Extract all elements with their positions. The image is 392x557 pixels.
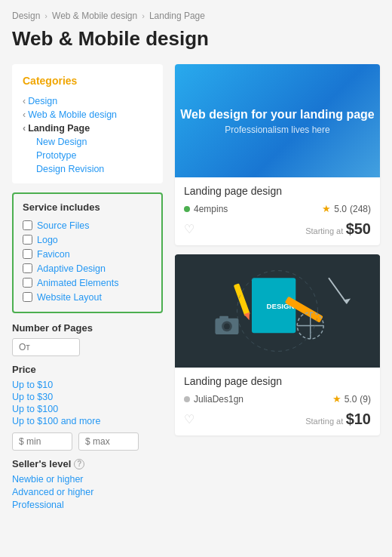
seller-level-section: Seller's level ? Newbie or higher Advanc…: [12, 458, 163, 510]
service-adaptive-design[interactable]: Adaptive Design: [23, 261, 152, 275]
seller-advanced[interactable]: Advanced or higher: [12, 487, 163, 497]
checkbox-logo[interactable]: [23, 235, 32, 245]
product-2-rating: ★ 5.0 (9): [332, 393, 371, 405]
product-card-2: DESIGN: [175, 254, 380, 435]
service-includes-box: Service includes Source Files Logo Favic…: [12, 192, 163, 313]
product-2-price-area: Starting at $10: [305, 411, 371, 428]
product-1-price: $50: [346, 220, 371, 237]
offline-indicator-2: [184, 396, 190, 402]
product-image-2: DESIGN: [175, 254, 380, 368]
product-1-name: Landing page design: [184, 185, 371, 197]
breadcrumb-web-mobile[interactable]: Web & Mobile design: [52, 11, 137, 21]
cat-landing-page[interactable]: ‹Landing Page: [23, 122, 152, 135]
service-includes-title: Service includes: [23, 202, 152, 213]
breadcrumb: Design › Web & Mobile design › Landing P…: [12, 11, 380, 21]
checkbox-adaptive-design[interactable]: [23, 263, 32, 273]
checkbox-website-layout[interactable]: [23, 292, 32, 302]
page-title: Web & Mobile design: [12, 27, 380, 51]
product-2-illustration: DESIGN: [175, 254, 380, 368]
price-up-30[interactable]: Up to $30: [12, 392, 163, 402]
product-1-image-sub: Professionalism lives here: [225, 125, 329, 135]
product-1-rating-text: 5.0: [334, 204, 347, 214]
seller-level-title: Seller's level ?: [12, 458, 163, 469]
product-2-seller: JuliaDes1gn: [184, 394, 243, 405]
service-website-layout[interactable]: Website Layout: [23, 290, 152, 304]
product-image-1: Web design for your landing page Profess…: [175, 64, 380, 177]
service-source-files[interactable]: Source Files: [23, 218, 152, 232]
sidebar: Categories ‹Design ‹Web & Mobile design …: [12, 64, 163, 518]
price-section: Price Up to $10 Up to $30 Up to $100 Up …: [12, 364, 163, 451]
cat-design-revision[interactable]: Design Revision: [23, 162, 152, 176]
product-1-image-text: Web design for your landing page: [180, 106, 375, 123]
breadcrumb-sep-2: ›: [142, 11, 145, 20]
seller-newbie[interactable]: Newbie or higher: [12, 474, 163, 485]
star-icon-2: ★: [332, 393, 341, 405]
service-animated-elements[interactable]: Animated Elements: [23, 275, 152, 290]
heart-icon-1[interactable]: ♡: [184, 222, 194, 236]
page-wrapper: Design › Web & Mobile design › Landing P…: [0, 0, 392, 528]
product-2-reviews: (9): [360, 394, 371, 405]
checkbox-animated-elements[interactable]: [23, 278, 32, 288]
price-links: Up to $10 Up to $30 Up to $100 Up to $10…: [12, 380, 163, 426]
number-of-pages-input[interactable]: [12, 338, 80, 356]
number-of-pages-label: Number of Pages: [12, 322, 163, 334]
price-max-input[interactable]: [78, 432, 139, 451]
cat-web-mobile[interactable]: ‹Web & Mobile design: [23, 108, 152, 122]
price-label: Price: [12, 364, 163, 375]
seller-level-help-icon[interactable]: ?: [74, 459, 84, 469]
product-1-starting-at: Starting at: [305, 226, 343, 235]
online-indicator-1: [184, 206, 190, 212]
product-2-price: $10: [346, 411, 371, 427]
product-1-rating: ★ 5.0 (248): [322, 203, 371, 214]
breadcrumb-landing: Landing Page: [149, 11, 205, 21]
service-logo[interactable]: Logo: [23, 232, 152, 247]
product-card-1: Web design for your landing page Profess…: [175, 64, 380, 245]
categories-card: Categories ‹Design ‹Web & Mobile design …: [12, 64, 163, 183]
breadcrumb-sep-1: ›: [44, 11, 47, 20]
main-layout: Categories ‹Design ‹Web & Mobile design …: [12, 64, 380, 518]
cat-prototype[interactable]: Prototype: [23, 149, 152, 162]
price-range: [12, 432, 163, 451]
product-2-name: Landing page design: [184, 375, 371, 387]
price-up-10[interactable]: Up to $10: [12, 380, 163, 390]
seller-level-links: Newbie or higher Advanced or higher Prof…: [12, 474, 163, 510]
product-1-reviews: (248): [350, 204, 371, 214]
product-2-info: Landing page design JuliaDes1gn ★ 5.0 (9…: [175, 368, 380, 411]
checkbox-source-files[interactable]: [23, 220, 32, 230]
seller-professional[interactable]: Professional: [12, 500, 163, 510]
number-of-pages-section: Number of Pages: [12, 322, 163, 356]
product-1-price-area: Starting at $50: [305, 220, 371, 238]
svg-rect-12: [219, 316, 228, 319]
product-2-rating-text: 5.0: [345, 394, 357, 405]
product-2-starting-at: Starting at: [305, 417, 343, 426]
service-favicon[interactable]: Favicon: [23, 247, 152, 261]
cat-design[interactable]: ‹Design: [23, 94, 152, 108]
product-1-seller-name: 4empins: [194, 204, 228, 214]
price-min-input[interactable]: [12, 432, 72, 451]
content-area: Web design for your landing page Profess…: [175, 64, 380, 445]
breadcrumb-design[interactable]: Design: [12, 11, 40, 21]
heart-icon-2[interactable]: ♡: [184, 412, 194, 426]
product-1-info: Landing page design 4empins ★ 5.0 (248): [175, 177, 380, 220]
price-up-100-more[interactable]: Up to $100 and more: [12, 416, 163, 426]
categories-title: Categories: [23, 75, 152, 87]
product-1-seller: 4empins: [184, 204, 228, 214]
star-icon-1: ★: [322, 203, 331, 214]
product-2-meta: JuliaDes1gn ★ 5.0 (9): [184, 393, 371, 405]
cat-new-design[interactable]: New Design: [23, 135, 152, 149]
product-2-seller-name: JuliaDes1gn: [194, 394, 243, 405]
product-2-bottom: ♡ Starting at $10: [175, 411, 380, 435]
product-1-bottom: ♡ Starting at $50: [175, 220, 380, 245]
checkbox-favicon[interactable]: [23, 249, 32, 259]
price-up-100[interactable]: Up to $100: [12, 404, 163, 414]
svg-point-11: [224, 324, 230, 330]
product-1-meta: 4empins ★ 5.0 (248): [184, 203, 371, 214]
